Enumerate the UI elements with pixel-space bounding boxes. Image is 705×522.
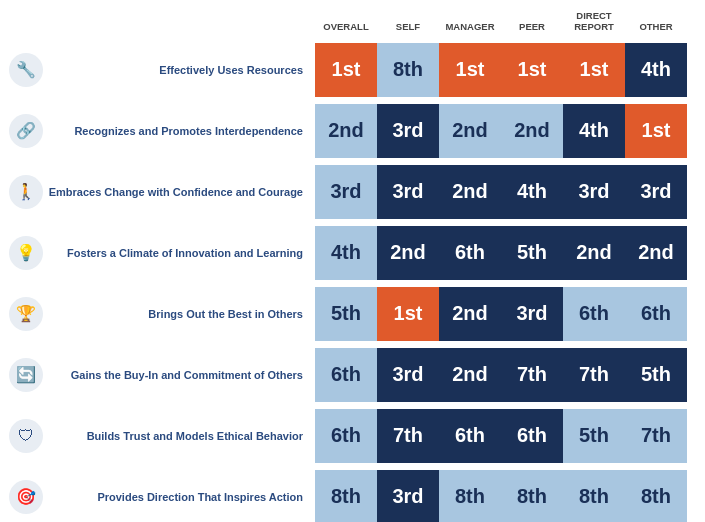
rank-cell: 1st <box>625 104 687 158</box>
rank-cell: 8th <box>315 470 377 522</box>
rank-cell: 3rd <box>377 104 439 158</box>
table-row: 🔗Recognizes and Promotes Interdependence… <box>5 102 700 160</box>
rank-cell: 7th <box>625 409 687 463</box>
icon-cell: 🔗 <box>5 114 47 148</box>
row-icon: 🎯 <box>9 480 43 514</box>
row-label: Embraces Change with Confidence and Cour… <box>47 185 315 199</box>
row-icon: 🔄 <box>9 358 43 392</box>
table-row: 🛡Builds Trust and Models Ethical Behavio… <box>5 407 700 465</box>
icon-cell: 🛡 <box>5 419 47 453</box>
table-row: 🚶Embraces Change with Confidence and Cou… <box>5 163 700 221</box>
icon-cell: 🏆 <box>5 297 47 331</box>
rank-cell: 2nd <box>439 165 501 219</box>
rank-cell: 4th <box>625 43 687 97</box>
main-container: OVERALL SELF MANAGER PEER DIRECTREPORT O… <box>0 0 705 522</box>
rank-cell: 6th <box>315 409 377 463</box>
rank-cell: 6th <box>501 409 563 463</box>
table-row: 🔄Gains the Buy-In and Commitment of Othe… <box>5 346 700 404</box>
rank-cell: 3rd <box>377 348 439 402</box>
rank-cell: 2nd <box>377 226 439 280</box>
icon-cell: 💡 <box>5 236 47 270</box>
table-row: 💡Fosters a Climate of Innovation and Lea… <box>5 224 700 282</box>
header-row: OVERALL SELF MANAGER PEER DIRECTREPORT O… <box>5 10 700 37</box>
row-icon: 🔗 <box>9 114 43 148</box>
header-peer: PEER <box>501 21 563 36</box>
rank-cell: 6th <box>625 287 687 341</box>
row-label: Recognizes and Promotes Interdependence <box>47 124 315 138</box>
rank-cell: 5th <box>625 348 687 402</box>
rank-cell: 4th <box>315 226 377 280</box>
rank-cell: 2nd <box>625 226 687 280</box>
table-row: 🎯Provides Direction That Inspires Action… <box>5 468 700 522</box>
rank-cell: 3rd <box>377 470 439 522</box>
rank-cell: 3rd <box>563 165 625 219</box>
rank-cell: 8th <box>377 43 439 97</box>
rank-cell: 5th <box>563 409 625 463</box>
rank-cell: 7th <box>563 348 625 402</box>
rank-cell: 2nd <box>439 348 501 402</box>
rank-cell: 7th <box>377 409 439 463</box>
rank-cell: 3rd <box>315 165 377 219</box>
rank-cell: 8th <box>563 470 625 522</box>
rank-cell: 2nd <box>563 226 625 280</box>
row-label: Provides Direction That Inspires Action <box>47 490 315 504</box>
rank-cell: 1st <box>501 43 563 97</box>
row-label: Brings Out the Best in Others <box>47 307 315 321</box>
rank-cell: 6th <box>315 348 377 402</box>
header-self: SELF <box>377 21 439 36</box>
row-label: Effectively Uses Resources <box>47 63 315 77</box>
header-overall: OVERALL <box>315 21 377 36</box>
row-icon: 🚶 <box>9 175 43 209</box>
row-icon: 💡 <box>9 236 43 270</box>
rank-cell: 1st <box>563 43 625 97</box>
row-icon: 🛡 <box>9 419 43 453</box>
rank-cell: 5th <box>315 287 377 341</box>
rank-cell: 6th <box>439 226 501 280</box>
rows-container: 🔧Effectively Uses Resources1st8th1st1st1… <box>5 41 700 522</box>
icon-cell: 🚶 <box>5 175 47 209</box>
header-direct-report: DIRECTREPORT <box>563 10 625 37</box>
rank-cell: 8th <box>625 470 687 522</box>
row-label: Gains the Buy-In and Commitment of Other… <box>47 368 315 382</box>
rank-cell: 7th <box>501 348 563 402</box>
rank-cell: 3rd <box>501 287 563 341</box>
rank-cell: 4th <box>501 165 563 219</box>
rank-cell: 3rd <box>625 165 687 219</box>
icon-cell: 🔄 <box>5 358 47 392</box>
row-icon: 🏆 <box>9 297 43 331</box>
table-row: 🏆Brings Out the Best in Others5th1st2nd3… <box>5 285 700 343</box>
rank-cell: 5th <box>501 226 563 280</box>
row-label: Builds Trust and Models Ethical Behavior <box>47 429 315 443</box>
icon-cell: 🔧 <box>5 53 47 87</box>
icon-cell: 🎯 <box>5 480 47 514</box>
rank-cell: 2nd <box>439 287 501 341</box>
rank-cell: 2nd <box>315 104 377 158</box>
rank-cell: 8th <box>501 470 563 522</box>
header-other: OTHER <box>625 21 687 36</box>
table-row: 🔧Effectively Uses Resources1st8th1st1st1… <box>5 41 700 99</box>
rank-cell: 1st <box>377 287 439 341</box>
rank-cell: 8th <box>439 470 501 522</box>
rank-cell: 2nd <box>439 104 501 158</box>
rank-cell: 2nd <box>501 104 563 158</box>
rank-cell: 6th <box>439 409 501 463</box>
row-icon: 🔧 <box>9 53 43 87</box>
header-manager: MANAGER <box>439 21 501 36</box>
row-label: Fosters a Climate of Innovation and Lear… <box>47 246 315 260</box>
rank-cell: 1st <box>315 43 377 97</box>
rank-cell: 6th <box>563 287 625 341</box>
rank-cell: 1st <box>439 43 501 97</box>
rank-cell: 3rd <box>377 165 439 219</box>
rank-cell: 4th <box>563 104 625 158</box>
